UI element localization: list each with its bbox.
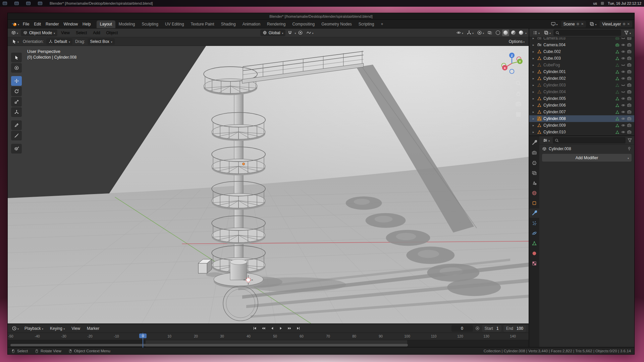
tab-texture[interactable]	[529, 259, 539, 268]
properties-search[interactable]	[553, 137, 626, 143]
disable-render-icon[interactable]	[627, 116, 632, 121]
hide-viewport-icon[interactable]	[621, 37, 626, 41]
timeline-scrollbar[interactable]	[10, 344, 408, 346]
disable-render-icon[interactable]	[627, 89, 632, 94]
tab-modifiers[interactable]	[529, 208, 539, 218]
hide-viewport-icon[interactable]	[621, 56, 626, 61]
new-scene-icon[interactable]: ⊕	[577, 22, 579, 26]
outliner-item-cylinder-004[interactable]: ▸ Cylinder.004	[529, 88, 634, 95]
measure-tool-button[interactable]	[11, 131, 22, 140]
shading-rendered-button[interactable]	[518, 29, 525, 36]
prev-keyframe-button[interactable]	[259, 325, 267, 332]
tab-layout[interactable]: Layout	[97, 20, 115, 28]
tab-sculpting[interactable]: Sculpting	[139, 20, 162, 28]
expand-arrow-icon[interactable]: ▸	[533, 43, 536, 47]
expand-arrow-icon[interactable]: ▸	[533, 37, 536, 40]
hide-viewport-icon[interactable]	[621, 96, 626, 101]
keyboard-layout-indicator[interactable]: us	[593, 1, 597, 5]
expand-arrow-icon[interactable]: ▸	[533, 70, 536, 73]
overlays-dropdown[interactable]	[476, 29, 485, 36]
disable-render-icon[interactable]	[627, 110, 632, 114]
taskbar-window-icon[interactable]	[38, 2, 42, 5]
timeline-ruler[interactable]: -50 -40 -30 -20 -10 0 10 20 30 40 50 60 …	[8, 333, 529, 340]
tab-scene[interactable]	[529, 178, 539, 188]
proportional-editing-toggle[interactable]	[297, 29, 304, 36]
menu-render[interactable]: Render	[43, 21, 61, 27]
tab-world[interactable]	[529, 188, 539, 198]
expand-arrow-icon[interactable]: ▸	[533, 83, 536, 87]
active-tool-dropdown[interactable]	[10, 38, 20, 45]
tab-uv-editing[interactable]: UV Editing	[162, 20, 187, 28]
hide-viewport-icon[interactable]	[621, 103, 626, 108]
properties-editor-type-button[interactable]	[541, 137, 551, 144]
tab-output[interactable]	[529, 158, 539, 168]
taskbar-window-icon[interactable]	[3, 2, 7, 5]
snap-settings-chevron-icon[interactable]	[294, 31, 296, 35]
shading-solid-button[interactable]	[502, 29, 509, 36]
tab-texture-paint[interactable]: Texture Paint	[187, 20, 218, 28]
axis-x-label[interactable]: X	[504, 66, 506, 70]
play-reverse-button[interactable]	[268, 325, 276, 332]
jump-to-end-button[interactable]	[294, 325, 302, 332]
blender-menu-button[interactable]	[10, 21, 20, 27]
mode-dropdown[interactable]: Object Mode	[21, 29, 57, 36]
expand-arrow-icon[interactable]: ▸	[533, 63, 536, 67]
timeline-track-area[interactable]	[8, 340, 529, 347]
tab-render[interactable]	[529, 148, 539, 158]
expand-arrow-icon[interactable]: ▸	[533, 50, 536, 53]
viewport-canvas[interactable]	[8, 46, 529, 323]
expand-arrow-icon[interactable]: ▸	[533, 124, 536, 127]
tab-modeling[interactable]: Modeling	[115, 20, 139, 28]
add-modifier-button[interactable]: Add Modifier	[542, 154, 632, 162]
tab-compositing[interactable]: Compositing	[289, 20, 318, 28]
taskbar-window-icon[interactable]	[26, 2, 31, 5]
expand-arrow-icon[interactable]: ▸	[533, 90, 536, 94]
hide-viewport-icon[interactable]	[621, 69, 626, 74]
menu-keying[interactable]: Keying	[48, 325, 67, 331]
menu-edit[interactable]: Edit	[32, 21, 43, 27]
rotate-tool-button[interactable]	[11, 86, 22, 96]
hide-viewport-icon[interactable]	[621, 83, 626, 87]
tab-animation[interactable]: Animation	[239, 20, 264, 28]
outliner-item-camera-003[interactable]: ▸ Camera.003	[529, 37, 634, 42]
outliner-item-cylinder-008-selected[interactable]: ▸ Cylinder.008	[529, 115, 634, 122]
tab-tool[interactable]	[529, 138, 539, 147]
pin-icon[interactable]	[627, 146, 632, 151]
viewport-3d[interactable]: User Perspective (0) Collection | Cylind…	[8, 46, 529, 323]
add-workspace-button[interactable]: +	[378, 20, 387, 28]
orientation-setting-dropdown[interactable]: Default	[46, 38, 72, 45]
disable-render-icon[interactable]	[627, 49, 632, 54]
disable-render-icon[interactable]	[627, 37, 632, 41]
options-dropdown[interactable]: Options	[507, 38, 526, 45]
zoom-icon[interactable]	[515, 80, 522, 86]
move-tool-button[interactable]	[11, 76, 22, 86]
funnel-filter-icon[interactable]	[627, 138, 632, 143]
current-frame-field[interactable]: 0	[451, 325, 473, 332]
disable-render-icon[interactable]	[627, 43, 632, 47]
menu-marker[interactable]: Marker	[85, 325, 102, 331]
object-type-visibility-dropdown[interactable]	[455, 29, 465, 36]
frame-end-field[interactable]: End 100	[503, 325, 526, 332]
transform-tool-button[interactable]	[11, 107, 22, 117]
outliner-item-cylinder-009[interactable]: ▸ Cylinder.009	[529, 122, 634, 129]
outliner-display-mode-button[interactable]	[542, 29, 552, 36]
scene-browse-button[interactable]	[549, 21, 559, 27]
taskbar-window-icon[interactable]	[14, 2, 19, 5]
outliner-editor-type-button[interactable]	[531, 29, 541, 36]
tab-geometry-nodes[interactable]: Geometry Nodes	[318, 20, 355, 28]
new-view-layer-icon[interactable]: ⊕	[623, 22, 625, 26]
expand-arrow-icon[interactable]: ▸	[533, 110, 536, 114]
shading-wireframe-button[interactable]	[494, 29, 501, 36]
outliner-item-cylinder-006[interactable]: ▸ Cylinder.006	[529, 102, 634, 109]
disable-render-icon[interactable]	[627, 63, 632, 67]
frame-start-field[interactable]: Start 1	[482, 325, 501, 332]
shading-settings-chevron-icon[interactable]	[525, 31, 527, 35]
tab-physics[interactable]	[529, 229, 539, 238]
auto-keying-icon[interactable]	[475, 326, 480, 331]
outliner-item-cube-002[interactable]: ▸ Cube.002	[529, 48, 634, 55]
pan-hand-icon[interactable]	[515, 90, 522, 97]
disable-render-icon[interactable]	[627, 96, 632, 101]
menu-timeline-view[interactable]: View	[69, 325, 83, 331]
hide-viewport-icon[interactable]	[621, 110, 626, 114]
disable-render-icon[interactable]	[627, 83, 632, 87]
